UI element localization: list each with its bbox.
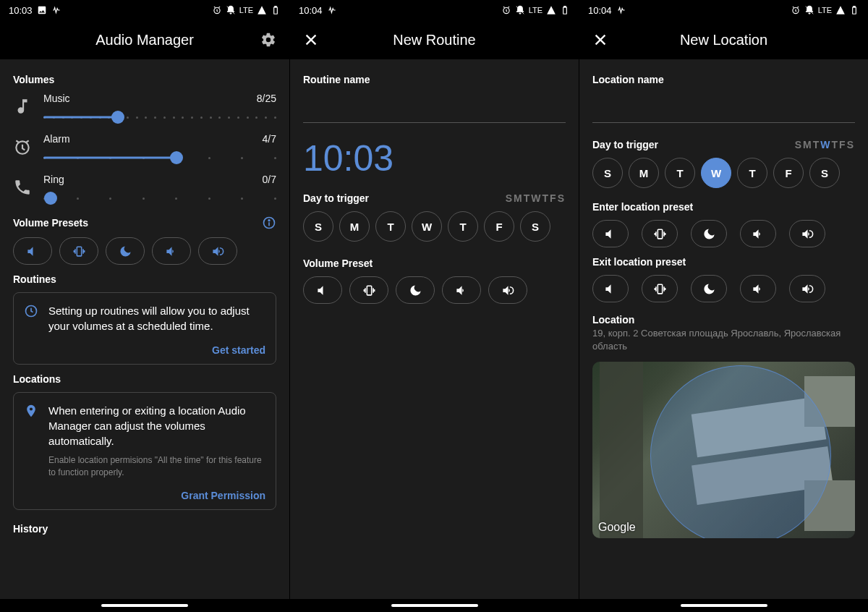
day-sat[interactable]: S bbox=[520, 211, 550, 242]
exit-preset-night[interactable] bbox=[691, 275, 727, 302]
nav-bar bbox=[579, 599, 868, 612]
image-icon bbox=[37, 5, 47, 15]
app-title: New Routine bbox=[393, 32, 476, 48]
svg-rect-14 bbox=[853, 7, 856, 14]
exit-preset-low[interactable] bbox=[740, 275, 776, 302]
svg-rect-12 bbox=[367, 286, 371, 295]
battery-icon bbox=[560, 5, 570, 15]
settings-button[interactable] bbox=[258, 29, 279, 51]
geofence-circle bbox=[650, 365, 831, 538]
svg-rect-17 bbox=[658, 284, 662, 294]
routine-name-input[interactable] bbox=[303, 98, 566, 123]
close-button[interactable] bbox=[300, 29, 322, 51]
day-sun[interactable]: S bbox=[592, 158, 623, 188]
preset-night[interactable] bbox=[396, 276, 435, 304]
day-wed[interactable]: W bbox=[412, 211, 442, 242]
day-tue[interactable]: T bbox=[665, 158, 695, 188]
status-bar: 10:04 LTE bbox=[290, 0, 579, 20]
preset-low[interactable] bbox=[152, 237, 191, 265]
battery-icon bbox=[849, 5, 859, 15]
preset-low[interactable] bbox=[442, 276, 481, 304]
status-time: 10:03 bbox=[9, 5, 33, 16]
battery-icon bbox=[271, 5, 281, 15]
locations-heading: Locations bbox=[13, 373, 276, 385]
enter-preset-vibrate[interactable] bbox=[642, 220, 678, 247]
bell-off-icon bbox=[226, 5, 236, 15]
app-title: Audio Manager bbox=[95, 32, 194, 48]
day-sun[interactable]: S bbox=[303, 211, 333, 242]
day-mon[interactable]: M bbox=[629, 158, 659, 188]
day-tue[interactable]: T bbox=[375, 211, 406, 242]
enter-preset-mute[interactable] bbox=[592, 220, 629, 247]
day-thu[interactable]: T bbox=[448, 211, 478, 242]
preset-vibrate[interactable] bbox=[349, 276, 388, 304]
alarm-label: Alarm bbox=[43, 133, 70, 145]
svg-point-6 bbox=[268, 220, 270, 221]
grant-permission-button[interactable]: Grant Permission bbox=[181, 490, 265, 501]
ring-value: 0/7 bbox=[263, 174, 276, 185]
routine-time[interactable]: 10:03 bbox=[303, 137, 566, 179]
audio-wave-icon bbox=[51, 5, 61, 15]
location-name-input[interactable] bbox=[592, 98, 855, 123]
status-bar: 10:03 LTE bbox=[0, 0, 289, 20]
location-address: 19, корп. 2 Советская площадь Ярославль,… bbox=[592, 327, 855, 353]
nav-bar bbox=[290, 599, 579, 612]
alarm-icon bbox=[501, 5, 511, 15]
alarm-value: 4/7 bbox=[263, 133, 276, 145]
ring-slider[interactable] bbox=[43, 190, 276, 207]
ring-label: Ring bbox=[43, 174, 64, 185]
location-map[interactable]: Google bbox=[592, 362, 855, 538]
enter-preset-low[interactable] bbox=[740, 220, 776, 247]
app-bar: New Routine bbox=[290, 20, 579, 59]
info-button[interactable] bbox=[262, 216, 276, 230]
day-thu[interactable]: T bbox=[737, 158, 767, 188]
alarm-slider[interactable] bbox=[43, 149, 276, 166]
volume-preset-label: Volume Preset bbox=[303, 258, 566, 269]
day-wed[interactable]: W bbox=[701, 158, 731, 188]
day-sat[interactable]: S bbox=[809, 158, 840, 188]
svg-rect-10 bbox=[563, 7, 567, 14]
enter-preset-night[interactable] bbox=[691, 220, 727, 247]
enter-preset-loud[interactable] bbox=[789, 220, 825, 247]
audio-wave-icon bbox=[327, 5, 337, 15]
routines-heading: Routines bbox=[13, 273, 276, 285]
location-pin-icon bbox=[24, 404, 38, 418]
get-started-button[interactable]: Get started bbox=[212, 344, 265, 356]
exit-preset-vibrate[interactable] bbox=[642, 275, 678, 302]
screen-audio-manager: 10:03 LTE Audio Manager Volumes Music bbox=[0, 0, 289, 612]
preset-mute[interactable] bbox=[303, 276, 342, 304]
bell-off-icon bbox=[515, 5, 525, 15]
signal-icon bbox=[257, 5, 267, 15]
app-bar: Audio Manager bbox=[0, 20, 289, 59]
app-bar: New Location bbox=[579, 20, 868, 59]
history-heading: History bbox=[13, 523, 276, 535]
preset-night[interactable] bbox=[106, 237, 145, 265]
volume-row-music: Music 8/25 bbox=[13, 93, 276, 126]
preset-vibrate[interactable] bbox=[59, 237, 98, 265]
preset-loud[interactable] bbox=[198, 237, 237, 265]
exit-preset-label: Exit location preset bbox=[592, 256, 855, 268]
lte-label: LTE bbox=[529, 6, 542, 14]
bell-off-icon bbox=[804, 5, 814, 15]
day-mon[interactable]: M bbox=[339, 211, 370, 242]
preset-mute[interactable] bbox=[13, 237, 52, 265]
exit-preset-mute[interactable] bbox=[592, 275, 629, 302]
music-slider[interactable] bbox=[43, 109, 276, 126]
presets-heading: Volume Presets bbox=[13, 217, 88, 229]
day-trigger-label: Day to trigger bbox=[592, 139, 658, 150]
volumes-heading: Volumes bbox=[13, 74, 276, 85]
svg-rect-11 bbox=[564, 7, 566, 7]
exit-preset-loud[interactable] bbox=[789, 275, 825, 302]
alarm-clock-icon bbox=[13, 137, 32, 156]
day-fri[interactable]: F bbox=[484, 211, 514, 242]
day-fri[interactable]: F bbox=[773, 158, 804, 188]
day-trigger-label: Day to trigger bbox=[303, 192, 369, 204]
preset-loud[interactable] bbox=[488, 276, 527, 304]
enter-preset-label: Enter location preset bbox=[592, 201, 855, 213]
app-title: New Location bbox=[680, 32, 767, 48]
close-button[interactable] bbox=[590, 29, 611, 51]
signal-icon bbox=[835, 5, 846, 15]
locations-card: When entering or exiting a location Audi… bbox=[13, 392, 276, 510]
music-label: Music bbox=[43, 93, 70, 104]
google-logo: Google bbox=[598, 521, 636, 534]
